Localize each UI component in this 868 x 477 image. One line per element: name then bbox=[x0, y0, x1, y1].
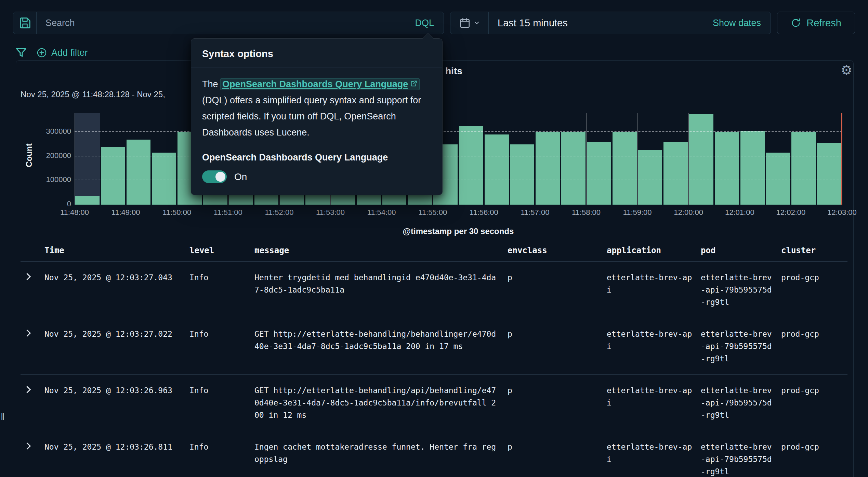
y-axis-ticks: 0100000200000300000 bbox=[31, 113, 71, 205]
show-dates-button[interactable]: Show dates bbox=[713, 18, 771, 28]
cell-pod: etterlatte-brev-api-79b595575d-rg9tl bbox=[701, 441, 781, 477]
expand-cell bbox=[21, 441, 44, 477]
hits-count-label: hits bbox=[445, 66, 462, 77]
cell-envclass: p bbox=[508, 271, 607, 308]
cell-cluster: prod-gcp bbox=[781, 328, 847, 365]
y-tick-label: 100000 bbox=[46, 175, 71, 184]
refresh-label: Refresh bbox=[806, 17, 841, 29]
x-tick-label: 11:51:00 bbox=[214, 208, 242, 217]
x-tick-label: 12:02:00 bbox=[776, 208, 806, 217]
cell-time: Nov 25, 2025 @ 12:03:27.022 bbox=[44, 328, 189, 365]
histogram-bar[interactable] bbox=[536, 132, 560, 205]
histogram-bucket bbox=[663, 113, 688, 205]
table-row: Nov 25, 2025 @ 12:03:26.963InfoGET http:… bbox=[21, 375, 847, 431]
histogram-bucket bbox=[740, 113, 765, 205]
expand-row-icon[interactable] bbox=[24, 273, 31, 280]
header-spacer bbox=[21, 246, 44, 255]
popover-text-suffix: (DQL) offers a simplified query syntax a… bbox=[202, 95, 421, 138]
histogram-bar[interactable] bbox=[152, 153, 176, 205]
dql-docs-link-label: OpenSearch Dashboards Query Language bbox=[222, 79, 408, 89]
expand-row-icon[interactable] bbox=[24, 386, 31, 393]
histogram-bar[interactable] bbox=[587, 142, 611, 205]
x-tick-label: 11:54:00 bbox=[367, 208, 396, 217]
dql-syntax-button[interactable]: DQL bbox=[405, 12, 444, 34]
add-filter-button[interactable]: Add filter bbox=[36, 47, 88, 58]
x-tick-label: 11:49:00 bbox=[111, 208, 140, 217]
calendar-icon bbox=[459, 17, 471, 29]
column-header-message[interactable]: message bbox=[254, 246, 508, 255]
refresh-button[interactable]: Refresh bbox=[777, 12, 855, 34]
toggle-state-label: On bbox=[234, 171, 247, 182]
cell-message: GET http://etterlatte-behandling/behandl… bbox=[254, 328, 508, 365]
cell-envclass: p bbox=[508, 384, 607, 421]
histogram-bar[interactable] bbox=[561, 132, 586, 205]
histogram-bucket bbox=[561, 113, 586, 205]
cell-envclass: p bbox=[508, 328, 607, 365]
sidebar-collapse-handle[interactable]: ‖ bbox=[1, 411, 5, 422]
table-row: Nov 25, 2025 @ 12:03:27.022InfoGET http:… bbox=[21, 318, 847, 375]
histogram-bar[interactable] bbox=[75, 196, 100, 205]
y-gridline bbox=[75, 156, 842, 156]
time-range-picker: Last 15 minutes Show dates bbox=[450, 12, 771, 34]
column-header-time[interactable]: Time bbox=[44, 246, 189, 255]
histogram-bucket bbox=[637, 113, 663, 205]
histogram-bar[interactable] bbox=[791, 132, 816, 205]
y-tick-label: 300000 bbox=[46, 127, 71, 136]
cell-level: Info bbox=[189, 384, 254, 421]
histogram-bar[interactable] bbox=[459, 126, 483, 205]
histogram-bar[interactable] bbox=[715, 132, 739, 205]
dql-docs-link[interactable]: OpenSearch Dashboards Query Language bbox=[221, 79, 419, 90]
cell-time: Nov 25, 2025 @ 12:03:26.963 bbox=[44, 384, 189, 421]
column-header-cluster[interactable]: cluster bbox=[781, 246, 847, 255]
histogram-bar[interactable] bbox=[485, 134, 509, 205]
histogram-bar[interactable] bbox=[638, 150, 662, 205]
histogram-bucket bbox=[484, 113, 510, 205]
histogram-bar[interactable] bbox=[766, 153, 790, 205]
expand-cell bbox=[21, 328, 44, 365]
save-icon bbox=[18, 16, 31, 29]
histogram-bar[interactable] bbox=[817, 143, 841, 205]
expand-row-icon[interactable] bbox=[24, 442, 31, 450]
x-tick-label: 11:53:00 bbox=[316, 208, 345, 217]
save-query-button[interactable] bbox=[13, 12, 37, 34]
x-tick-label: 12:00:00 bbox=[674, 208, 703, 217]
cell-level: Info bbox=[189, 441, 254, 477]
chart-time-range-title: Nov 25, 2025 @ 11:48:28.128 - Nov 25, bbox=[21, 90, 165, 99]
expand-row-icon[interactable] bbox=[24, 330, 31, 337]
popover-text-prefix: The bbox=[202, 79, 221, 89]
histogram-bucket bbox=[510, 113, 535, 205]
expand-cell bbox=[21, 271, 44, 308]
column-header-application[interactable]: application bbox=[607, 246, 701, 255]
refresh-icon bbox=[791, 18, 801, 28]
cell-time: Nov 25, 2025 @ 12:03:27.043 bbox=[44, 271, 189, 308]
quick-select-button[interactable] bbox=[450, 12, 489, 34]
table-row: Nov 25, 2025 @ 12:03:27.043InfoHenter tr… bbox=[21, 262, 847, 318]
cell-application: etterlatte-brev-api bbox=[607, 441, 701, 477]
time-range-value[interactable]: Last 15 minutes bbox=[489, 17, 713, 29]
y-tick-label: 0 bbox=[67, 199, 71, 208]
column-header-level[interactable]: level bbox=[189, 246, 254, 255]
chevron-down-icon bbox=[473, 20, 480, 26]
x-axis-title: @timestamp per 30 seconds bbox=[75, 227, 842, 236]
x-tick-label: 11:59:00 bbox=[623, 208, 652, 217]
cell-level: Info bbox=[189, 271, 254, 308]
filter-funnel-icon[interactable] bbox=[15, 47, 27, 59]
cell-envclass: p bbox=[508, 441, 607, 477]
x-tick-label: 11:48:00 bbox=[60, 208, 89, 217]
histogram-bar[interactable] bbox=[740, 131, 765, 205]
histogram-bar[interactable] bbox=[613, 132, 637, 205]
cell-application: etterlatte-brev-api bbox=[607, 384, 701, 421]
histogram-bar[interactable] bbox=[127, 140, 151, 205]
histogram-bar[interactable] bbox=[689, 114, 713, 205]
histogram-bar[interactable] bbox=[663, 142, 688, 205]
column-header-pod[interactable]: pod bbox=[701, 246, 781, 255]
dql-switch-label: OpenSearch Dashboards Query Language bbox=[202, 152, 431, 163]
histogram-bar[interactable] bbox=[510, 144, 535, 205]
dql-toggle-switch[interactable] bbox=[202, 170, 227, 183]
histogram-bucket bbox=[612, 113, 637, 205]
gear-icon[interactable]: ⚙ bbox=[841, 64, 852, 77]
column-header-envclass[interactable]: envclass bbox=[508, 246, 607, 255]
expand-cell bbox=[21, 384, 44, 421]
search-input[interactable] bbox=[37, 12, 405, 34]
x-tick-label: 11:58:00 bbox=[572, 208, 601, 217]
